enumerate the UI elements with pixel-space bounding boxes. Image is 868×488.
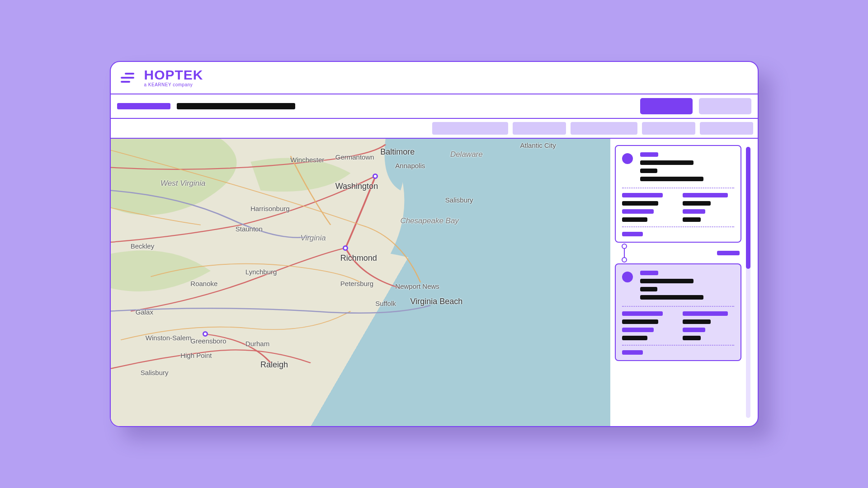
menu-icon[interactable] xyxy=(121,71,134,84)
placeholder-bar xyxy=(683,319,711,324)
map-label: Lynchburg xyxy=(245,268,277,276)
placeholder-bar xyxy=(683,201,711,206)
placeholder-bar xyxy=(622,217,647,222)
map-label: Greensboro xyxy=(190,337,226,345)
placeholder-bar xyxy=(683,336,701,340)
map-canvas[interactable]: BaltimoreAnnapolisWashingtonWinchesterGe… xyxy=(111,139,610,426)
map-label: High Point xyxy=(180,352,212,359)
map-label: Germantown xyxy=(335,153,374,161)
scrollbar[interactable] xyxy=(746,147,750,418)
placeholder-bar xyxy=(640,177,703,181)
scrollbar-thumb[interactable] xyxy=(746,147,750,269)
secondary-action-button[interactable] xyxy=(699,98,751,114)
map-label: Washington xyxy=(335,182,378,191)
map-label: Beckley xyxy=(131,242,155,250)
map-label: Durham xyxy=(245,340,269,347)
side-panel xyxy=(610,139,758,426)
connector-line-icon xyxy=(622,245,627,261)
card-details xyxy=(622,193,734,222)
brand-name: HOPTEK xyxy=(144,68,203,82)
status-dot-icon xyxy=(622,272,633,282)
map-label: Chesapeake Bay xyxy=(400,216,458,225)
map-label: Salisbury xyxy=(445,196,473,204)
result-card-1[interactable] xyxy=(615,263,741,361)
map-label: Newport News xyxy=(395,282,439,290)
map-label: Delaware xyxy=(450,150,483,159)
placeholder-bar xyxy=(622,336,647,340)
brand-tagline: a KEARNEY company xyxy=(144,83,203,87)
map-label: Salisbury xyxy=(141,369,169,376)
placeholder-bar xyxy=(622,209,654,214)
filter-chip-1[interactable] xyxy=(513,122,566,135)
placeholder-bar xyxy=(683,328,705,332)
filter-chip-3[interactable] xyxy=(642,122,695,135)
card-header xyxy=(622,152,734,181)
placeholder-bar xyxy=(622,201,658,206)
placeholder-bar xyxy=(683,217,701,222)
content-body: BaltimoreAnnapolisWashingtonWinchesterGe… xyxy=(111,139,758,426)
card-details xyxy=(622,311,734,340)
map-label: Harrisonburg xyxy=(250,205,290,212)
filter-toolbar xyxy=(111,119,758,139)
map-label: Atlantic City xyxy=(520,141,556,149)
result-card-0[interactable] xyxy=(615,145,741,243)
placeholder-bar xyxy=(640,152,658,157)
map-label: Roanoke xyxy=(190,280,217,287)
map-marker-greensboro[interactable] xyxy=(203,331,208,337)
app-window: HOPTEK a KEARNEY company xyxy=(110,61,759,427)
status-dot-icon xyxy=(622,153,633,164)
primary-toolbar xyxy=(111,94,758,119)
placeholder-bar xyxy=(683,193,728,197)
page-title-bar xyxy=(177,103,295,109)
card-header xyxy=(622,271,734,300)
card-footer-link[interactable] xyxy=(622,350,643,355)
placeholder-bar xyxy=(640,169,657,173)
map-label: Winchester xyxy=(290,156,324,164)
map-marker-richmond[interactable] xyxy=(343,245,348,251)
map-label: Annapolis xyxy=(395,162,425,169)
header: HOPTEK a KEARNEY company xyxy=(111,62,758,94)
placeholder-bar xyxy=(622,328,654,332)
map-label: West Virginia xyxy=(160,179,206,188)
card-list xyxy=(615,145,741,420)
placeholder-bar xyxy=(640,279,693,283)
map-label: Raleigh xyxy=(260,360,288,370)
placeholder-bar xyxy=(622,193,663,197)
map-label: Virginia Beach xyxy=(410,297,463,306)
map-label: Galax xyxy=(136,308,153,316)
map-label: Petersburg xyxy=(340,280,373,287)
brand-logo: HOPTEK a KEARNEY company xyxy=(144,68,203,87)
filter-chip-0[interactable] xyxy=(432,122,508,135)
placeholder-bar xyxy=(622,319,658,324)
map-label: Virginia xyxy=(300,234,326,243)
filter-chip-2[interactable] xyxy=(571,122,637,135)
map-label: Staunton xyxy=(236,225,263,233)
card-connector xyxy=(615,243,741,263)
map-label: Baltimore xyxy=(380,147,415,157)
breadcrumb-bar[interactable] xyxy=(117,103,170,109)
card-footer-link[interactable] xyxy=(622,232,643,236)
map-label: Winston-Salem xyxy=(146,334,192,342)
placeholder-bar xyxy=(683,209,705,214)
placeholder-bar xyxy=(640,287,657,291)
map-label: Suffolk xyxy=(375,300,396,307)
primary-action-button[interactable] xyxy=(640,98,693,114)
placeholder-bar xyxy=(640,271,658,275)
placeholder-bar xyxy=(622,311,663,316)
connector-badge[interactable] xyxy=(717,251,740,255)
placeholder-bar xyxy=(683,311,728,316)
placeholder-bar xyxy=(640,295,703,300)
filter-chip-4[interactable] xyxy=(700,122,753,135)
map-label: Richmond xyxy=(340,253,377,263)
map-marker-washington[interactable] xyxy=(373,174,378,179)
placeholder-bar xyxy=(640,160,693,165)
